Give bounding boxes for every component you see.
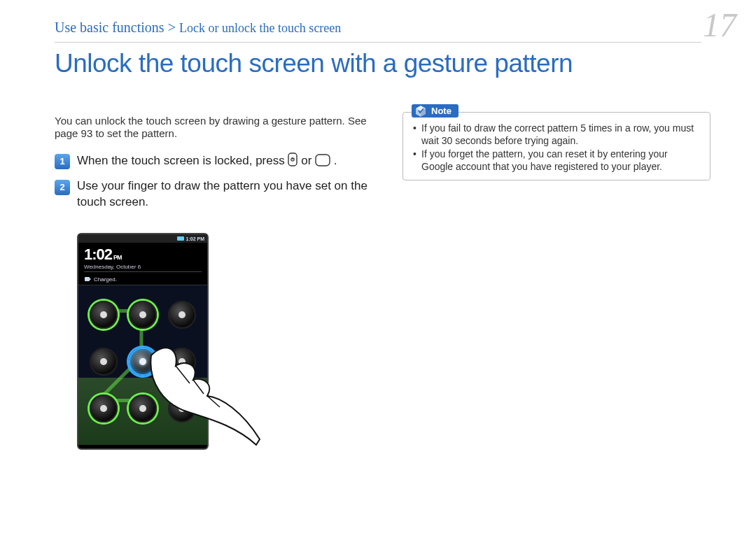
lock-clock: 1:02PM Wednesday, October 6 [78, 243, 207, 273]
breadcrumb-main: Use basic functions [55, 20, 164, 35]
step-1-post: . [334, 154, 337, 167]
svg-rect-7 [85, 277, 90, 281]
power-button-icon [288, 152, 298, 171]
note-label: Note [431, 106, 451, 116]
clock-date: Wednesday, October 6 [84, 264, 202, 272]
step-1-mid: or [301, 154, 315, 167]
clock-hours-minutes: 1:02 [84, 246, 112, 263]
pattern-dot-center [129, 348, 157, 376]
pattern-dot [129, 301, 157, 329]
step-text: Use your finger to draw the pattern you … [77, 178, 382, 211]
header-rule [55, 42, 701, 43]
note-item: If you fail to draw the correct pattern … [412, 122, 701, 147]
charged-row: Charged. [78, 273, 207, 285]
pattern-dot [168, 395, 196, 422]
clock-time: 1:02PM [84, 246, 202, 264]
breadcrumb-sub: Lock or unlock the touch screen [179, 21, 341, 35]
pattern-dot [168, 348, 196, 376]
step-text: When the touch screen is locked, press o… [77, 152, 382, 171]
home-button-icon [315, 154, 330, 171]
note-item: If you forget the pattern, you can reset… [412, 148, 701, 173]
charged-battery-icon [84, 276, 91, 283]
clock-pm: PM [113, 254, 122, 261]
pattern-area [78, 285, 207, 445]
svg-rect-3 [316, 155, 330, 166]
breadcrumb: Use basic functions > Lock or unlock the… [55, 20, 341, 36]
breadcrumb-separator: > [164, 20, 179, 35]
step-1-pre: When the touch screen is locked, press [77, 154, 288, 167]
step-item: 1 When the touch screen is locked, press… [55, 152, 382, 171]
steps-list: 1 When the touch screen is locked, press… [55, 152, 382, 218]
pattern-dot [90, 348, 118, 376]
svg-rect-8 [90, 278, 91, 280]
step-number-badge: 2 [55, 180, 70, 195]
page-number: 17 [703, 6, 736, 44]
note-badge: Note [412, 104, 458, 118]
phone-statusbar: 1:02 PM [78, 234, 207, 243]
step-item: 2 Use your finger to draw the pattern yo… [55, 178, 382, 211]
pattern-dot [90, 395, 118, 422]
pattern-dot [168, 301, 196, 329]
page-heading: Unlock the touch screen with a gesture p… [55, 50, 573, 78]
pattern-grid [88, 295, 197, 428]
note-box: Note If you fail to draw the correct pat… [402, 112, 710, 180]
note-list: If you fail to draw the correct pattern … [412, 122, 701, 173]
charged-text: Charged. [94, 276, 117, 283]
phone-illustration: 1:02 PM 1:02PM Wednesday, October 6 Char… [77, 233, 209, 450]
battery-indicator-icon [177, 236, 184, 241]
step-number-badge: 1 [55, 154, 70, 169]
intro-paragraph: You can unlock the touch screen by drawi… [55, 115, 382, 140]
pattern-dot [90, 301, 118, 329]
status-time: 1:02 PM [186, 236, 204, 241]
note-cube-icon [414, 105, 427, 118]
pattern-dot [129, 395, 157, 422]
